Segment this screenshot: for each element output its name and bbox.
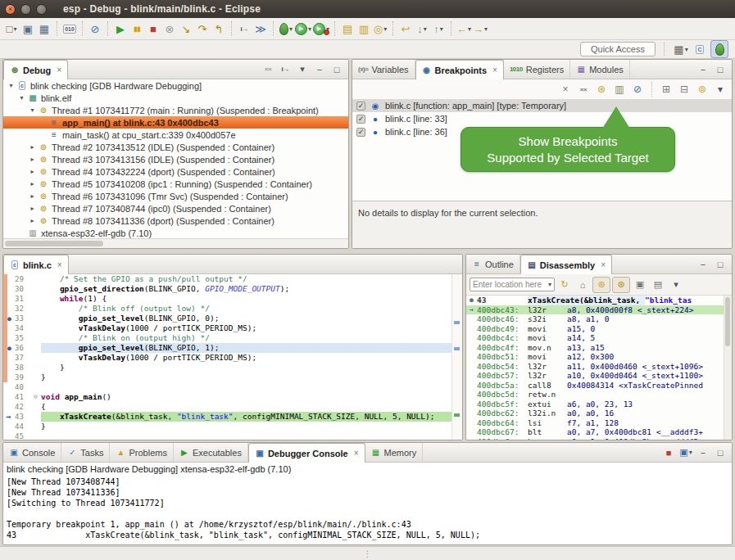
breakpoint-checkbox[interactable]: ✓ xyxy=(356,115,365,124)
editor-body[interactable]: 29 /* Set the GPIO as a push/pull output… xyxy=(3,274,462,440)
expander-icon[interactable]: ▸ xyxy=(28,217,37,224)
step-over-icon[interactable]: ↷ xyxy=(194,20,211,37)
terminate-icon[interactable]: ■ xyxy=(145,20,161,37)
debug-tree-row[interactable]: ▸⊚Thread #4 1073432224 (dport) (Suspende… xyxy=(3,165,348,178)
line-number[interactable]: 32 xyxy=(15,304,34,314)
expander-icon[interactable]: ▸ xyxy=(28,180,37,187)
editor-line[interactable]: 35 /* Blink on (output high) */ xyxy=(3,333,451,343)
disassembly-row[interactable]: 400dbc64:lsif7, a1, 128 xyxy=(466,418,724,428)
maximize-icon[interactable]: □ xyxy=(329,62,345,77)
code-text[interactable]: { xyxy=(41,402,451,412)
disassembly-row[interactable]: 400dbc62:l32i.na0, a0, 16 xyxy=(466,409,724,418)
line-number[interactable]: 35 xyxy=(15,333,34,343)
forward-icon[interactable]: →▾ xyxy=(472,20,488,37)
console-output[interactable]: blink checking [GDB Hardware Debugging] … xyxy=(3,463,732,544)
line-number[interactable]: 39 xyxy=(15,373,34,382)
debug-tree-row[interactable]: ▾cblink checking [GDB Hardware Debugging… xyxy=(3,79,348,92)
debug-tree-row[interactable]: ▸⊚Thread #3 1073413156 (IDLE) (Suspended… xyxy=(3,153,348,165)
ruler-current-line-mark[interactable] xyxy=(454,413,460,417)
disassembly-row[interactable]: 400dbc5f:extuia6, a0, 23, 13 xyxy=(466,400,724,409)
debug-tree-row[interactable]: ▸⊚Thread #2 1073413512 (IDLE) (Suspended… xyxy=(3,141,348,153)
breakpoint-checkbox[interactable]: ✓ xyxy=(356,102,365,111)
tab-outline[interactable]: ≡Outline xyxy=(466,255,520,273)
disassembly-source-row[interactable]: ●43xTaskCreate(&blink_task, "blink_tas xyxy=(466,296,724,305)
remove-all-terminated-icon[interactable]: ×× xyxy=(260,62,276,77)
export-log-icon[interactable]: ▤ xyxy=(650,278,666,292)
step-into-icon[interactable]: ↘ xyxy=(178,20,194,37)
editor-line[interactable]: ●33 gpio_set_level(BLINK_GPIO, 0); xyxy=(3,314,451,323)
refresh-icon[interactable]: ↻ xyxy=(556,278,573,292)
disassembly-row[interactable]: 400dbc46:s32ia8, a1, 0 xyxy=(466,314,724,324)
debug-tree-row[interactable]: ▾⊚Thread #1 1073411772 (main : Running) … xyxy=(3,104,348,116)
back-icon[interactable]: ←▾ xyxy=(456,20,472,37)
step-return-icon[interactable]: ↰ xyxy=(211,20,227,37)
home-icon[interactable]: ⌂ xyxy=(574,278,591,292)
expander-icon[interactable]: ▸ xyxy=(28,192,37,200)
remove-breakpoint-icon[interactable]: × xyxy=(557,82,574,97)
expander-icon[interactable]: ▸ xyxy=(28,156,37,163)
sash-handle[interactable]: ⋮ xyxy=(364,549,372,558)
disassembly-row[interactable]: 400dbc5a:call80x40084314 <xTaskCreatePin… xyxy=(466,381,724,391)
debug-icon[interactable]: ▾ xyxy=(278,20,294,37)
line-number[interactable]: 43 xyxy=(15,412,34,422)
close-tab-icon[interactable]: × xyxy=(57,260,62,269)
line-number[interactable]: 29 xyxy=(15,274,34,284)
editor-line[interactable]: 41⊖void app_main() xyxy=(3,392,451,402)
code-text[interactable]: vTaskDelay(1000 / portTICK_PERIOD_MS); xyxy=(41,353,451,363)
code-text[interactable]: void app_main() xyxy=(41,392,451,402)
disconnect-icon[interactable]: ⊗ xyxy=(161,20,178,37)
expander-icon[interactable]: ▾ xyxy=(28,106,37,114)
debug-tree-row[interactable]: ▸⊚Thread #5 1073410208 (ipc1 : Running) … xyxy=(3,178,348,190)
combo-dropdown-icon[interactable]: ▾ xyxy=(548,281,551,288)
tab-debug[interactable]: ⊛Debug× xyxy=(3,60,68,79)
code-text[interactable]: gpio_set_level(BLINK_GPIO, 1); xyxy=(41,343,451,353)
editor-line[interactable]: 39} xyxy=(3,373,451,382)
suspend-icon[interactable]: ▮▮ xyxy=(129,20,145,37)
tab-memory[interactable]: ▦Memory xyxy=(365,443,424,462)
editor-line[interactable]: 42{ xyxy=(3,402,451,412)
editor-line[interactable]: 32 /* Blink off (output low) */ xyxy=(3,304,451,314)
expander-icon[interactable]: ▸ xyxy=(28,143,37,151)
search-icon[interactable]: ◎▾ xyxy=(372,20,388,37)
line-number[interactable]: 37 xyxy=(15,353,34,363)
save-icon[interactable]: ▣ xyxy=(20,20,36,37)
tab-disassembly[interactable]: ▤Disassembly× xyxy=(520,255,612,274)
code-text[interactable]: } xyxy=(41,373,451,382)
view-menu-icon[interactable]: ▾ xyxy=(668,278,684,292)
go-to-file-icon[interactable]: ▥ xyxy=(611,82,628,97)
code-text[interactable]: gpio_set_direction(BLINK_GPIO, GPIO_MODE… xyxy=(41,284,451,294)
resume-icon[interactable]: ▶ xyxy=(112,20,129,37)
cpp-perspective-icon[interactable]: C xyxy=(692,41,708,57)
terminate-console-icon[interactable]: ■ xyxy=(660,445,677,460)
debug-tree-row[interactable]: ▥xtensa-esp32-elf-gdb (7.10) xyxy=(3,227,348,238)
code-text[interactable]: xTaskCreate(&blink_task, "blink_task", c… xyxy=(41,412,451,422)
disassembly-row[interactable]: 400dbc57:l32ra10, 0x400d0464 <_stext+110… xyxy=(466,371,724,381)
window-maximize-button[interactable] xyxy=(36,4,47,15)
instruction-stepping-icon[interactable]: i→ xyxy=(277,62,293,77)
editor-line[interactable]: 38 } xyxy=(3,363,451,373)
minimize-icon[interactable]: − xyxy=(311,62,328,77)
external-tools-icon[interactable]: ▶▾ xyxy=(312,20,330,37)
maximize-icon[interactable]: □ xyxy=(712,445,728,460)
display-console-icon[interactable]: ▣▾ xyxy=(678,445,694,460)
minimize-icon[interactable]: − xyxy=(695,62,711,77)
editor-line[interactable]: 31 while(1) { xyxy=(3,294,451,304)
quick-access-button[interactable]: Quick Access xyxy=(580,42,656,56)
disassembly-row[interactable]: 400dbc67:blta0, a7, 0x400dbc81 <__adddf3… xyxy=(466,427,724,437)
skip-all-breakpoints-icon[interactable]: ⊘ xyxy=(629,82,646,97)
code-text[interactable]: /* Set the GPIO as a push/pull output */ xyxy=(41,274,451,284)
line-number[interactable]: 31 xyxy=(15,294,34,304)
show-source-icon[interactable]: ⊛ xyxy=(612,277,630,293)
breakpoint-row[interactable]: ✓◉blink.c [function: app_main] [type: Te… xyxy=(352,99,732,112)
disassembly-row[interactable]: 400dbc5d:retw.n xyxy=(466,390,724,400)
window-minimize-button[interactable] xyxy=(20,4,31,15)
expander-icon[interactable]: ▸ xyxy=(28,205,37,212)
disassembly-row[interactable]: →400dbc43:l32ra8, 0x400d00f8 <_stext+224… xyxy=(466,305,724,315)
sync-context-icon[interactable]: ⊛ xyxy=(592,277,610,293)
line-number[interactable]: 41 xyxy=(15,392,34,402)
instruction-stepping-icon[interactable]: i→ xyxy=(236,20,252,37)
disassembly-row[interactable]: 400dbc51:movia12, 0x300 xyxy=(466,352,724,362)
debug-perspective-icon[interactable] xyxy=(710,40,728,58)
collapse-all-icon[interactable]: ⊟ xyxy=(676,82,692,97)
open-element-icon[interactable]: ▤ xyxy=(339,20,356,37)
